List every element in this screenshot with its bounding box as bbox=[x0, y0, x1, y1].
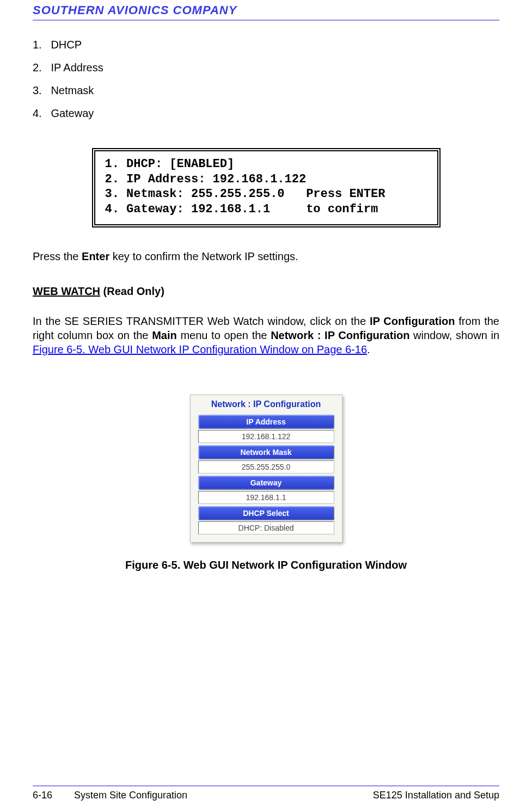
bold-text: Network : IP Configuration bbox=[271, 329, 409, 341]
list-item-label: Gateway bbox=[51, 107, 94, 119]
panel-row: DHCP Select DHCP: Disabled bbox=[198, 506, 334, 534]
numbered-list: 1. DHCP 2. IP Address 3. Netmask 4. Gate… bbox=[33, 37, 499, 121]
ip-address-value: 192.168.1.122 bbox=[198, 430, 334, 443]
bold-text: Enter bbox=[82, 250, 109, 262]
network-mask-value: 255.255.255.0 bbox=[198, 460, 334, 473]
text: Press the bbox=[33, 250, 82, 262]
footer-section: System Site Configuration bbox=[74, 790, 187, 801]
panel-row: Gateway 192.168.1.1 bbox=[198, 476, 334, 504]
ip-config-panel: Network : IP Configuration IP Address 19… bbox=[190, 395, 343, 543]
heading-underlined: WEB WATCH bbox=[33, 285, 100, 297]
lcd-line-3-right: Press ENTER bbox=[306, 187, 385, 201]
list-item-label: Netmask bbox=[51, 84, 94, 96]
list-item-num: 1. bbox=[33, 39, 42, 51]
text: key to confirm the Network IP settings. bbox=[109, 250, 298, 262]
lcd-line-3-left: 3. Netmask: 255.255.255.0 bbox=[105, 187, 285, 201]
list-item: 2. IP Address bbox=[33, 60, 499, 75]
panel-row: IP Address 192.168.1.122 bbox=[198, 415, 334, 443]
page-footer: 6-16 System Site Configuration SE125 Ins… bbox=[33, 785, 499, 801]
list-item-label: DHCP bbox=[51, 39, 82, 51]
page-number: 6-16 bbox=[33, 790, 52, 801]
company-header: SOUTHERN AVIONICS COMPANY bbox=[33, 0, 499, 17]
list-item: 3. Netmask bbox=[33, 83, 499, 98]
bold-text: Main bbox=[152, 329, 177, 341]
text: . bbox=[367, 343, 370, 355]
lcd-line-4-right: to confirm bbox=[306, 202, 378, 216]
heading-suffix: (Read Only) bbox=[100, 285, 164, 297]
text: window, shown in bbox=[409, 329, 499, 341]
list-item-num: 4. bbox=[33, 107, 42, 119]
list-item: 4. Gateway bbox=[33, 106, 499, 121]
footer-doc-title: SE125 Installation and Setup bbox=[373, 790, 499, 801]
paragraph-press-enter: Press the Enter key to confirm the Netwo… bbox=[33, 249, 499, 263]
paragraph-web-watch: In the SE SERIES TRANSMITTER Web Watch w… bbox=[33, 314, 499, 356]
panel-row: Network Mask 255.255.255.0 bbox=[198, 445, 334, 473]
section-heading: WEB WATCH (Read Only) bbox=[33, 285, 499, 298]
figure-caption: Figure 6-5. Web GUI Network IP Configura… bbox=[33, 559, 499, 571]
list-item-num: 2. bbox=[33, 61, 42, 73]
network-mask-button[interactable]: Network Mask bbox=[198, 445, 334, 459]
figure-link[interactable]: Figure 6-5. Web GUI Network IP Configura… bbox=[33, 343, 367, 355]
bold-text: IP Configuration bbox=[370, 315, 455, 327]
dhcp-select-value: DHCP: Disabled bbox=[198, 521, 334, 534]
text: menu to open the bbox=[177, 329, 271, 341]
lcd-line-1: 1. DHCP: [ENABLED] bbox=[105, 157, 235, 171]
gateway-button[interactable]: Gateway bbox=[198, 476, 334, 490]
footer-rule bbox=[33, 785, 499, 786]
ip-address-button[interactable]: IP Address bbox=[198, 415, 334, 429]
panel-title: Network : IP Configuration bbox=[194, 398, 339, 413]
lcd-line-4-left: 4. Gateway: 192.168.1.1 bbox=[105, 202, 271, 216]
gateway-value: 192.168.1.1 bbox=[198, 491, 334, 504]
header-rule bbox=[33, 20, 499, 21]
lcd-display: 1. DHCP: [ENABLED] 2. IP Address: 192.16… bbox=[92, 148, 441, 227]
list-item-num: 3. bbox=[33, 84, 42, 96]
dhcp-select-button[interactable]: DHCP Select bbox=[198, 506, 334, 520]
list-item-label: IP Address bbox=[51, 61, 103, 73]
list-item: 1. DHCP bbox=[33, 37, 499, 52]
text: In the SE SERIES TRANSMITTER Web Watch w… bbox=[33, 315, 370, 327]
lcd-line-2: 2. IP Address: 192.168.1.122 bbox=[105, 173, 307, 186]
